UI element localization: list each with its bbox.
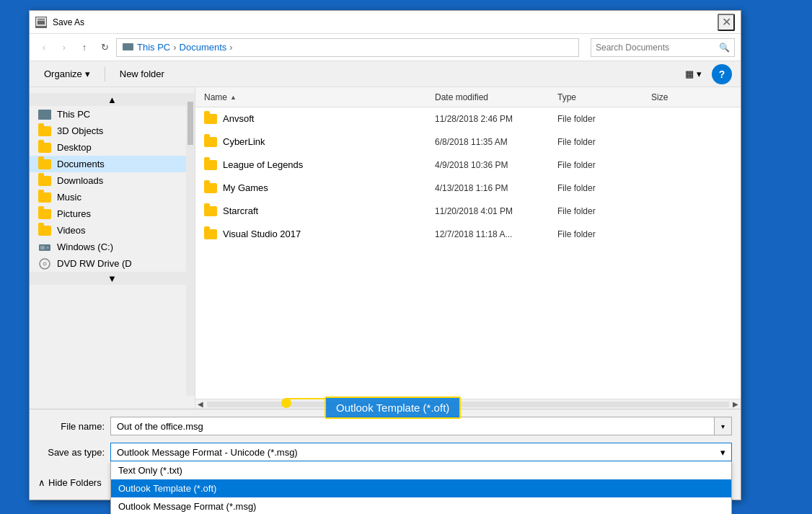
table-row[interactable]: Anvsoft 11/28/2018 2:46 PM File folder (195, 107, 741, 130)
file-name-dropdown[interactable]: ▾ (715, 417, 732, 435)
col-header-name[interactable]: Name ▲ (204, 92, 435, 102)
sidebar-scroll-up[interactable]: ▲ (30, 93, 195, 106)
col-header-size[interactable]: Size (651, 92, 709, 102)
dropdown-option-text-only[interactable]: Text Only (*.txt) (111, 461, 731, 479)
svg-rect-4 (40, 246, 45, 249)
folder-icon (38, 176, 51, 186)
table-row[interactable]: CyberLink 6/8/2018 11:35 AM File folder (195, 130, 741, 154)
dot-indicator (281, 398, 291, 408)
sidebar-item-label-documents: Documents (57, 159, 105, 169)
sidebar-item-videos[interactable]: Videos (30, 222, 195, 239)
col-header-type[interactable]: Type (557, 92, 651, 102)
svg-point-6 (40, 259, 50, 269)
bottom-panel: File name: ▾ Save as type: Outlook Messa… (30, 409, 741, 473)
sidebar-item-dvd-rw[interactable]: DVD RW Drive (D (30, 255, 195, 272)
file-type: File folder (557, 137, 651, 147)
svg-point-7 (43, 262, 46, 265)
sidebar-item-pictures[interactable]: Pictures (30, 205, 195, 222)
col-header-date[interactable]: Date modified (435, 92, 557, 102)
save-as-type-dropdown[interactable]: Outlook Message Format - Unicode (*.msg)… (110, 443, 732, 461)
sidebar-item-label-downloads: Downloads (57, 175, 103, 186)
save-as-dialog: Save As ✕ ‹ › ↑ ↻ This PC › Documents › … (29, 10, 741, 500)
sidebar-item-desktop[interactable]: Desktop (30, 139, 195, 156)
hide-folders-chevron: ∧ (38, 477, 45, 488)
organize-button[interactable]: Organize ▾ (38, 66, 96, 82)
sidebar-item-documents[interactable]: Documents (30, 156, 195, 172)
folder-icon (38, 192, 51, 203)
file-name: League of Legends (223, 159, 303, 170)
sidebar-item-label-videos: Videos (57, 225, 86, 236)
sidebar-item-label-pictures: Pictures (57, 208, 91, 219)
file-name-label: File name: (38, 421, 110, 432)
drive-icon (38, 242, 51, 252)
folder-icon (38, 209, 51, 219)
search-icon: 🔍 (719, 43, 730, 53)
svg-rect-2 (123, 43, 133, 50)
sidebar-scrollbar[interactable] (186, 100, 195, 396)
file-name-row: File name: ▾ (38, 415, 732, 437)
dropdown-option-outlook-template[interactable]: Outlook Template (*.oft) (111, 479, 731, 497)
new-folder-button[interactable]: New folder (114, 66, 170, 82)
dropdown-option-outlook-msg[interactable]: Outlook Message Format (*.msg) (111, 497, 731, 514)
main-content: ▲ This PC 3D Objects Desktop Documents D… (30, 87, 741, 409)
sidebar-item-label-music: Music (57, 192, 81, 203)
breadcrumb-thispc[interactable]: This PC (137, 42, 170, 53)
scroll-left-button[interactable]: ◀ (195, 399, 206, 409)
sidebar-item-label-windows-c: Windows (C:) (57, 242, 113, 252)
title-bar-left: Save As (35, 17, 84, 28)
connector-line (286, 398, 325, 399)
nav-bar: ‹ › ↑ ↻ This PC › Documents › 🔍 (30, 34, 741, 61)
save-as-type-row: Save as type: Outlook Message Format - U… (38, 441, 732, 463)
file-name-input[interactable] (110, 417, 715, 435)
save-as-type-container: Outlook Message Format - Unicode (*.msg)… (110, 443, 732, 461)
file-name: CyberLink (223, 136, 265, 147)
organize-label: Organize (44, 68, 82, 79)
sidebar-item-this-pc[interactable]: This PC (30, 106, 195, 123)
file-date: 4/13/2018 1:16 PM (435, 183, 557, 193)
help-button[interactable]: ? (712, 64, 732, 84)
back-button[interactable]: ‹ (35, 39, 53, 56)
sidebar-item-label-3d: 3D Objects (57, 125, 103, 136)
file-date: 12/7/2018 11:18 A... (435, 229, 557, 239)
table-row[interactable]: Visual Studio 2017 12/7/2018 11:18 A... … (195, 223, 741, 246)
table-row[interactable]: Starcraft 11/20/2018 4:01 PM File folder (195, 200, 741, 223)
folder-icon (38, 159, 51, 169)
new-folder-label: New folder (120, 68, 164, 79)
dropdown-arrow: ▾ (720, 447, 725, 458)
table-row[interactable]: League of Legends 4/9/2018 10:36 PM File… (195, 154, 741, 177)
file-date: 4/9/2018 10:36 PM (435, 160, 557, 170)
view-icon: ▦ (685, 68, 694, 79)
refresh-button[interactable]: ↻ (96, 39, 113, 56)
forward-button[interactable]: › (56, 39, 73, 56)
search-input[interactable] (596, 43, 719, 53)
close-button[interactable]: ✕ (718, 14, 735, 31)
file-name: Anvsoft (223, 113, 254, 124)
breadcrumb-icon (123, 42, 134, 53)
sidebar-item-windows-c[interactable]: Windows (C:) (30, 239, 195, 255)
scroll-right-button[interactable]: ▶ (731, 399, 741, 409)
sidebar-item-3d-objects[interactable]: 3D Objects (30, 123, 195, 139)
up-button[interactable]: ↑ (76, 39, 93, 56)
column-headers: Name ▲ Date modified Type Size (195, 87, 741, 107)
table-row[interactable]: My Games 4/13/2018 1:16 PM File folder (195, 177, 741, 200)
folder-icon (38, 226, 51, 236)
dialog-icon (35, 17, 47, 28)
horizontal-scrollbar[interactable]: ◀ ▶ (195, 399, 741, 409)
folder-icon (38, 126, 51, 136)
search-box[interactable]: 🔍 (591, 38, 735, 57)
sidebar-item-music[interactable]: Music (30, 189, 195, 205)
folder-icon (204, 114, 217, 124)
folder-icon (38, 143, 51, 153)
folder-icon (204, 183, 217, 193)
sidebar-scroll-down[interactable]: ▼ (30, 272, 195, 285)
sidebar-item-label-dvd-rw: DVD RW Drive (D (57, 258, 132, 269)
dropdown-list: Text Only (*.txt)Outlook Template (*.oft… (110, 461, 732, 514)
breadcrumb-documents[interactable]: Documents (180, 42, 227, 53)
sidebar-item-label-this-pc: This PC (57, 109, 90, 120)
view-button[interactable]: ▦ ▾ (681, 66, 706, 82)
pc-icon (38, 110, 51, 120)
file-type: File folder (557, 160, 651, 170)
breadcrumb[interactable]: This PC › Documents › (116, 38, 579, 57)
sidebar-item-downloads[interactable]: Downloads (30, 172, 195, 189)
svg-point-5 (47, 247, 49, 249)
